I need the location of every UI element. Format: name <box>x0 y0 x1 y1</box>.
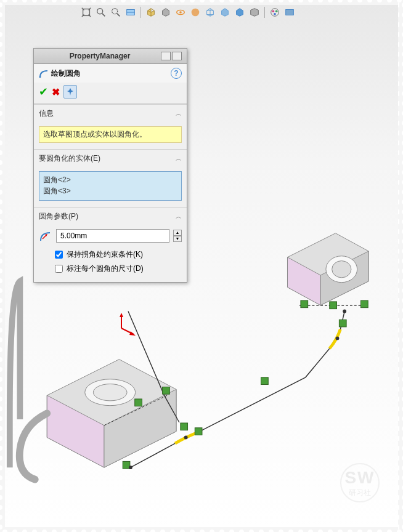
svg-rect-10 <box>301 300 308 308</box>
watermark: SW 研习社 <box>340 463 380 502</box>
keep-constraints-label: 保持拐角处约束条件(K) <box>67 249 143 260</box>
hide-show-icon[interactable] <box>174 6 187 18</box>
panel-header: PropertyManager <box>34 49 187 64</box>
svg-rect-43 <box>0 0 403 5</box>
dimension-each-label: 标注每个圆角的尺寸(D) <box>67 264 144 274</box>
info-title: 信息 <box>39 108 54 119</box>
entities-title: 要圆角化的实体(E) <box>39 153 100 164</box>
info-section-header[interactable]: 信息 ︿ <box>34 105 187 123</box>
svg-rect-11 <box>330 302 337 309</box>
info-section: 信息 ︿ 选取草图顶点或实体以圆角化。 <box>34 104 187 149</box>
command-title: 绘制圆角 <box>51 68 81 79</box>
svg-rect-5 <box>163 387 170 394</box>
action-row: ✔ ✖ <box>34 83 187 104</box>
dimension-each-checkbox[interactable] <box>55 265 63 273</box>
params-section-header[interactable]: 圆角参数(P) ︿ <box>34 208 187 225</box>
svg-rect-44 <box>0 527 403 532</box>
part-bottom-left <box>10 281 176 480</box>
command-header: 绘制圆角 ? <box>34 64 187 83</box>
apply-scene-icon[interactable] <box>269 6 281 18</box>
svg-rect-6 <box>181 423 188 430</box>
section-view-icon[interactable] <box>124 6 137 18</box>
radius-icon <box>39 229 52 243</box>
svg-line-26 <box>117 14 120 17</box>
cancel-button[interactable]: ✖ <box>52 86 60 98</box>
collapse-icon: ︿ <box>176 110 182 118</box>
help-button[interactable]: ? <box>171 68 182 79</box>
panel-title: PropertyManager <box>39 52 161 60</box>
list-item[interactable]: 圆角<2> <box>43 174 177 185</box>
svg-rect-36 <box>286 10 294 15</box>
svg-rect-13 <box>361 300 368 308</box>
spin-up-button[interactable]: ▲ <box>173 230 182 236</box>
collapse-icon: ︿ <box>176 212 182 221</box>
panel-split-button[interactable] <box>161 52 171 60</box>
collapse-icon: ︿ <box>176 155 182 163</box>
entity-selection-list[interactable]: 圆角<2> 圆角<3> <box>39 171 182 201</box>
ok-button[interactable]: ✔ <box>39 85 48 99</box>
svg-point-34 <box>275 10 278 12</box>
zoom-fit-icon[interactable] <box>80 6 92 18</box>
radius-spinner: ▲ ▼ <box>173 230 182 242</box>
svg-marker-19 <box>120 313 123 317</box>
previous-view-icon[interactable] <box>110 6 122 18</box>
hidden-lines-icon[interactable] <box>219 6 231 18</box>
svg-point-16 <box>336 336 340 340</box>
svg-point-31 <box>192 9 200 17</box>
radius-input[interactable] <box>56 229 169 243</box>
info-message: 选取草图顶点或实体以圆角化。 <box>39 126 182 143</box>
svg-point-3 <box>332 261 351 278</box>
view-toolbar <box>80 6 296 18</box>
pin-button[interactable] <box>63 85 77 99</box>
svg-point-23 <box>97 9 103 14</box>
svg-point-37 <box>39 76 41 78</box>
render-tools-icon[interactable] <box>283 6 296 18</box>
shaded-edges-icon[interactable] <box>248 6 261 18</box>
shaded-icon[interactable] <box>234 6 246 18</box>
svg-rect-9 <box>261 377 269 385</box>
svg-point-33 <box>272 10 275 12</box>
svg-marker-21 <box>129 331 136 336</box>
svg-line-24 <box>102 14 105 17</box>
keep-constraints-checkbox[interactable] <box>55 251 63 259</box>
spin-down-button[interactable]: ▼ <box>173 236 182 242</box>
svg-point-15 <box>184 435 188 439</box>
part-top-right <box>287 233 368 305</box>
svg-rect-4 <box>135 399 142 406</box>
svg-point-30 <box>179 11 182 14</box>
entities-section: 要圆角化的实体(E) ︿ 圆角<2> 圆角<3> <box>34 149 187 207</box>
svg-rect-46 <box>398 0 403 532</box>
property-manager-panel: PropertyManager 绘制圆角 ? ✔ ✖ 信息 ︿ 选取草图顶点或实… <box>33 48 187 283</box>
view-orientation-icon[interactable] <box>145 6 157 18</box>
svg-point-1 <box>93 384 127 401</box>
svg-rect-45 <box>0 0 5 532</box>
origin-triad <box>112 313 137 339</box>
zoom-area-icon[interactable] <box>95 6 107 18</box>
svg-point-17 <box>343 310 346 313</box>
params-title: 圆角参数(P) <box>39 211 78 222</box>
edit-appearance-icon[interactable] <box>189 6 202 18</box>
entities-section-header[interactable]: 要圆角化的实体(E) ︿ <box>34 150 187 167</box>
display-style-icon[interactable] <box>160 6 172 18</box>
fillet-icon <box>39 68 49 78</box>
svg-point-35 <box>274 13 276 15</box>
wireframe-icon[interactable] <box>204 6 216 18</box>
svg-point-14 <box>129 465 132 469</box>
svg-rect-12 <box>339 320 346 327</box>
params-section: 圆角参数(P) ︿ ▲ ▼ 保持拐角处约束条件(K) 标注每个圆角的尺寸(D) <box>34 207 187 282</box>
panel-menu-button[interactable] <box>172 52 182 60</box>
svg-point-25 <box>112 9 118 14</box>
svg-rect-7 <box>195 428 202 435</box>
list-item[interactable]: 圆角<3> <box>43 185 177 196</box>
